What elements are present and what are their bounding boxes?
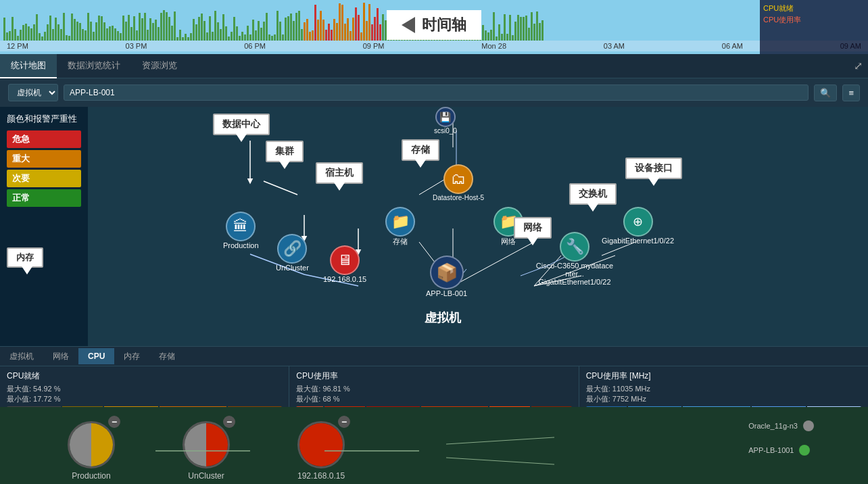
production-right-half [91,423,113,466]
time-label-1: 03 PM [126,42,147,50]
uncluster-bottom-label: UnCluster [188,471,224,481]
node-uncluster[interactable]: 🔗 UnCluster [276,234,309,272]
production-left-half [70,423,91,466]
bottom-node-host: − 192.168.0.15 [297,421,345,481]
storage-folder-icon: 📁 [385,207,415,237]
production-minus[interactable]: − [108,416,120,428]
network-label-box: 网络 [514,217,552,239]
device-port-label-box: 设备接口 [625,158,682,179]
node-scsi[interactable]: 💾 scsi0_0 [434,107,457,135]
topology-canvas: 数据中心 集群 宿主机 存储 网络 交换机 设备接口 虚拟机 💾 scsi0_0… [88,107,868,346]
bottom-tab-cpu[interactable]: CPU [78,348,114,364]
host-label-box: 宿主机 [316,162,363,184]
host-icon: 🖥 [330,245,360,275]
metric-cpu-ready: CPU就绪 最大值: 54.92 % 最小值: 17.72 % [0,366,289,407]
node-host[interactable]: 🖥 192.168.0.15 [323,245,366,283]
legend-minor: 次要 [7,170,81,187]
metric-cpu-mhz-title: CPU使用率 [MHz] [586,370,861,382]
search-input[interactable] [64,84,809,101]
cpu-ready-label: CPU就绪 [763,3,865,14]
time-label-2: 06 PM [244,42,266,50]
bottom-tabs: 虚拟机 网络 CPU 内存 存储 [0,346,868,366]
appvm-label: APP-LB-001 [426,289,467,297]
datacenter-label-box: 数据中心 [213,114,270,135]
time-label-3: 09 PM [363,42,385,50]
gig-port-icon: ⊕ [623,207,653,237]
gig-port-label: GigabitEthernet1/0/22 [602,237,674,245]
legend-normal: 正常 [7,189,81,207]
list-button[interactable]: ≡ [842,84,860,101]
bottom-tab-network[interactable]: 网络 [43,347,78,366]
production-icon: 🏛 [226,212,256,241]
node-production[interactable]: 🏛 Production [223,212,259,249]
metric-cpu-mhz-max: 最大值: 11035 MHz [586,384,861,394]
datastore-label: Datastore-Host-5 [433,194,484,201]
metric-cpu-usage: CPU使用率 最大值: 96.81 % 最小值: 68 % [289,366,579,407]
production-label: Production [223,241,259,249]
node-storage-folder[interactable]: 📁 存储 [385,207,415,247]
host-right-half [321,423,343,466]
bottom-node-uncluster: − UnCluster [183,421,230,481]
cpu-stats-panel: CPU就绪 CPU使用率 [760,0,868,54]
filter-bar: 虚拟机 🔍 ≡ [0,78,868,107]
bottom-tab-storage[interactable]: 存储 [149,347,185,366]
cisco-icon: 🔧 [560,232,589,262]
time-axis-text: 时间轴 [422,15,466,35]
tab-data-browse-stats[interactable]: 数据浏览统计 [57,54,131,78]
node-gig-port[interactable]: ⊕ GigabitEthernet1/0/22 [602,207,674,245]
arrow-left-icon [402,17,415,33]
tab-statistics-map[interactable]: 统计地图 [0,54,57,78]
datastore-icon: 🗂 [443,164,473,194]
legend-critical: 危急 [7,130,81,148]
bottom-tab-memory[interactable]: 内存 [114,347,149,366]
oracle-dot [803,420,814,431]
scsi-label: scsi0_0 [434,127,457,135]
cluster-label-box: 集群 [266,141,304,162]
timeline-bar: // Will be rendered via JS below 时间轴 12 … [0,0,868,54]
host-left-half [299,423,321,466]
storage-label-box: 存储 [402,139,439,161]
main-area: 颜色和报警严重性 危急 重大 次要 正常 内存 [0,107,868,346]
search-button[interactable]: 🔍 [814,84,837,101]
bottom-right-nodes: Oracle_11g-n3 APP-LB-1001 [748,420,814,456]
uncluster-right-half [206,423,228,466]
time-label-4: Mon 28 [481,42,506,50]
memory-label: 内存 [7,247,43,268]
expand-icon[interactable]: ⤢ [854,59,863,72]
topology-svg [88,107,868,346]
production-bottom-label: Production [72,471,110,481]
tab-resource-browse[interactable]: 资源浏览 [131,54,188,78]
bottom-topo-svg [0,407,868,484]
svg-line-23 [446,458,554,464]
metric-cpu-usage-min: 最小值: 68 % [296,394,571,404]
node-appvm[interactable]: 📦 APP-LB-001 [426,256,467,297]
host-minus[interactable]: − [338,416,350,428]
svg-line-22 [446,437,554,444]
metric-cpu-ready-max: 最大值: 54.92 % [7,384,282,394]
bottom-topology: − Production − UnCluster − 192.168.0.15 … [0,407,868,484]
host-circle [297,421,345,468]
host-bottom-label: 192.168.0.15 [297,471,345,481]
timeline-labels: 12 PM 03 PM 06 PM 09 PM Mon 28 03 AM 06 … [0,41,868,51]
legend-panel: 颜色和报警严重性 危急 重大 次要 正常 内存 [0,107,88,346]
nav-tabs: 统计地图 数据浏览统计 资源浏览 ⤢ [0,54,868,78]
cpu-usage-label: CPU使用率 [763,15,865,25]
svg-line-1 [264,181,297,195]
memory-arrow [22,266,32,274]
uncluster-minus[interactable]: − [223,416,235,428]
cisco-label: Cisco-C3650.mydatacenter...GigabitEthern… [534,262,615,286]
time-label-6: 06 AM [722,42,743,50]
uncluster-left-half [185,423,206,466]
metric-cpu-ready-title: CPU就绪 [7,370,282,382]
metric-cpu-mhz-min: 最小值: 7752 MHz [586,394,861,404]
bottom-tab-vm[interactable]: 虚拟机 [0,347,43,366]
right-node-applb1001: APP-LB-1001 [748,445,814,456]
uncluster-label: UnCluster [276,264,309,272]
legend-major: 重大 [7,150,81,168]
switch-label-box: 交换机 [569,183,617,205]
metric-cpu-ready-min: 最小值: 17.72 % [7,394,282,404]
scsi-icon: 💾 [435,107,456,127]
type-select[interactable]: 虚拟机 [8,84,58,101]
metric-cpu-mhz: CPU使用率 [MHz] 最大值: 11035 MHz 最小值: 7752 MH… [579,366,868,407]
node-datastore[interactable]: 🗂 Datastore-Host-5 [433,164,484,201]
